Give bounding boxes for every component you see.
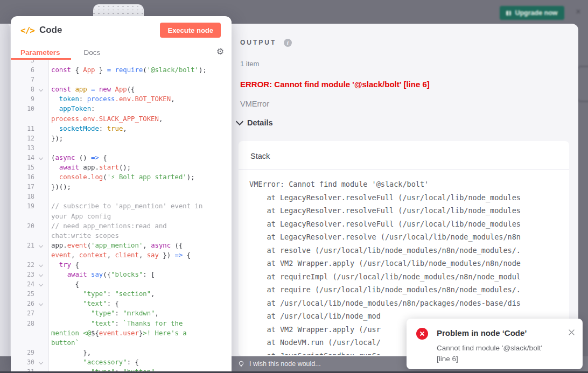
stack-trace-line: at VM2 Wrapper.apply (/usr/local/lib/nod…	[249, 257, 569, 270]
code-line[interactable]: button`	[11, 338, 232, 348]
upgrade-now-button[interactable]: Upgrade now	[500, 6, 564, 20]
details-label: Details	[247, 118, 273, 127]
code-line[interactable]: 31 "type": "button",	[11, 367, 232, 371]
code-line[interactable]: 11 socketMode: true,	[11, 124, 232, 133]
stack-trace-line: at require (/usr/local/lib/node_modules/…	[249, 283, 569, 297]
code-text: try {	[48, 260, 79, 270]
code-line[interactable]: 9 token: process.env.BOT_TOKEN,	[11, 94, 232, 104]
code-line[interactable]: 5	[11, 60, 232, 65]
code-line[interactable]: 8const app = new App({	[11, 85, 232, 94]
code-text: // need app_mentions:read and	[48, 221, 167, 231]
code-node-panel: </> Code Execute node Parameters Docs ⚙ …	[11, 16, 232, 371]
code-line[interactable]: 17})();	[11, 182, 232, 192]
close-icon[interactable]: ×	[573, 6, 584, 17]
feedback-placeholder: I wish this node would...	[249, 360, 321, 368]
fold-chevron-icon[interactable]	[34, 260, 48, 270]
fold-chevron-icon[interactable]	[34, 85, 48, 94]
info-icon[interactable]: i	[284, 39, 292, 47]
code-line[interactable]: 15 await app.start();	[11, 163, 232, 172]
code-line[interactable]: 14(async () => {	[11, 153, 232, 163]
fold-chevron-icon[interactable]	[34, 153, 48, 163]
code-line[interactable]: 18	[11, 192, 232, 201]
code-line[interactable]: your App config	[11, 212, 232, 221]
stack-trace-line: at LegacyResolver.resolveFull (/usr/loca…	[249, 191, 569, 205]
line-number: 25	[11, 289, 34, 299]
upgrade-now-label: Upgrade now	[515, 9, 557, 17]
tab-docs[interactable]: Docs	[84, 48, 101, 57]
gutter-spacer	[34, 192, 48, 201]
tab-parameters[interactable]: Parameters	[20, 48, 60, 57]
code-line[interactable]: 24 {	[11, 279, 232, 289]
code-line[interactable]: 21app.event('app_mention', async ({	[11, 241, 232, 250]
code-line[interactable]: 25 "type": "section",	[11, 289, 232, 299]
fold-chevron-icon[interactable]	[34, 299, 48, 308]
line-number	[11, 250, 34, 260]
code-text: {	[48, 279, 79, 289]
code-text: app.event('app_mention', async ({	[48, 241, 183, 250]
code-line[interactable]: event, context, client, say }) => {	[11, 250, 232, 260]
gutter-spacer	[34, 289, 48, 299]
code-line[interactable]: chat:write scopes	[11, 231, 232, 241]
line-number: 23	[11, 270, 34, 279]
line-number: 14	[11, 153, 34, 163]
gutter-spacer	[34, 65, 48, 75]
line-number	[11, 231, 34, 241]
code-line[interactable]: 30 "accessory": {	[11, 357, 232, 367]
code-text	[48, 75, 51, 85]
code-line[interactable]: process.env.SLACK_APP_TOKEN,	[11, 114, 232, 124]
code-line[interactable]: 22 try {	[11, 260, 232, 270]
line-number: 22	[11, 260, 34, 270]
code-text: "text": `Thanks for the	[48, 319, 183, 328]
line-number: 15	[11, 163, 34, 172]
execute-node-button[interactable]: Execute node	[160, 23, 221, 38]
line-number	[11, 338, 34, 348]
stack-trace-line: at resolve (/usr/local/lib/node_modules/…	[249, 244, 569, 257]
code-line[interactable]: 28 "text": `Thanks for the	[11, 319, 232, 328]
code-line[interactable]: 29 },	[11, 348, 232, 357]
code-line[interactable]: 19// subscribe to 'app_mention' event in	[11, 201, 232, 211]
gutter-spacer	[34, 143, 48, 153]
code-line[interactable]: mention <@${event.user}>! Here's a	[11, 328, 232, 338]
node-title: Code	[39, 25, 160, 36]
code-text: },	[48, 348, 91, 357]
toast-close-icon[interactable]	[568, 328, 575, 338]
code-line[interactable]: 12});	[11, 133, 232, 143]
gutter-spacer	[34, 212, 48, 221]
gutter-spacer	[34, 328, 48, 338]
code-line[interactable]: 16 console.log('⚡ Bolt app started');	[11, 172, 232, 182]
code-line[interactable]: 26 "text": {	[11, 299, 232, 308]
gutter-spacer	[34, 367, 48, 371]
line-number: 5	[11, 60, 34, 65]
panel-header: </> Code Execute node	[11, 16, 232, 44]
code-line[interactable]: 7	[11, 75, 232, 85]
code-line[interactable]: 6const { App } = require('@slack/bolt');	[11, 65, 232, 75]
fold-chevron-icon[interactable]	[34, 357, 48, 367]
code-text: process.env.SLACK_APP_TOKEN,	[48, 114, 163, 124]
gutter-spacer	[34, 319, 48, 328]
code-node-icon: </>	[20, 25, 34, 36]
line-number: 24	[11, 279, 34, 289]
code-text: socketMode: true,	[48, 124, 127, 133]
gear-icon[interactable]: ⚙	[216, 46, 224, 57]
line-number: 6	[11, 65, 34, 75]
code-text	[48, 192, 51, 201]
code-text: chat:write scopes	[48, 231, 119, 241]
code-editor[interactable]: 56const { App } = require('@slack/bolt')…	[11, 60, 232, 371]
code-line[interactable]: 10 appToken:	[11, 104, 232, 114]
line-number: 21	[11, 241, 34, 250]
gutter-spacer	[34, 308, 48, 318]
code-text: await say({"blocks": [	[48, 270, 155, 279]
fold-chevron-icon[interactable]	[34, 241, 48, 250]
input-panel-edge	[0, 24, 10, 356]
code-line[interactable]: 13	[11, 143, 232, 153]
code-line[interactable]: 27 "type": "mrkdwn",	[11, 308, 232, 318]
stack-trace-line: at LegacyResolver.resolveFull (/usr/loca…	[249, 204, 569, 217]
error-details-toggle[interactable]: Details	[237, 118, 273, 127]
fold-chevron-icon[interactable]	[34, 270, 48, 279]
code-line[interactable]: 20// need app_mentions:read and	[11, 221, 232, 231]
fold-chevron-icon[interactable]	[34, 279, 48, 289]
line-number: 13	[11, 143, 34, 153]
line-number: 29	[11, 348, 34, 357]
code-lines[interactable]: 56const { App } = require('@slack/bolt')…	[11, 60, 232, 371]
code-line[interactable]: 23 await say({"blocks": [	[11, 270, 232, 279]
